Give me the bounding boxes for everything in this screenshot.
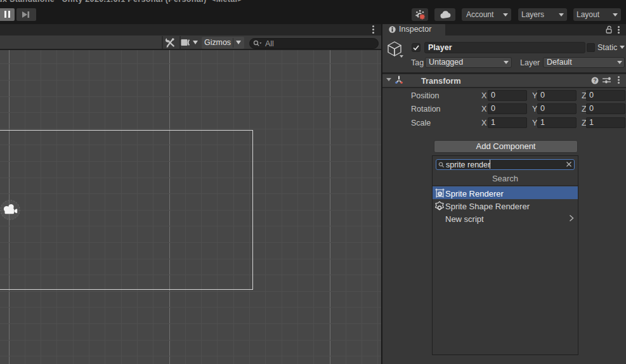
svg-text:?: ? xyxy=(593,77,596,84)
